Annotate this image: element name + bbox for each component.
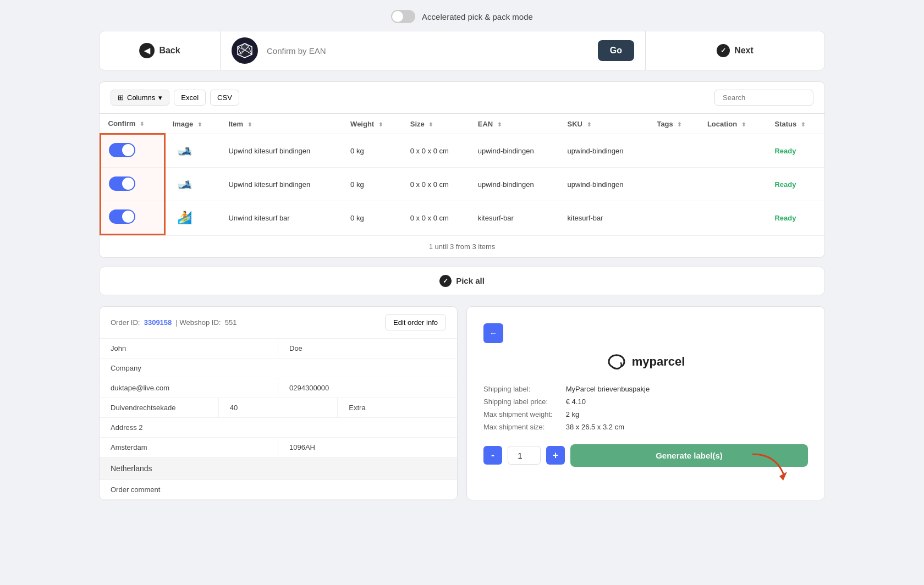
contact-row: duktape@live.com 0294300000	[100, 378, 457, 398]
columns-button[interactable]: ⊞ Columns ▾	[111, 90, 169, 106]
ean-cell: upwind-bindingen	[470, 134, 560, 168]
confirm-toggle[interactable]	[109, 143, 135, 157]
status-ready: Ready	[774, 214, 796, 222]
nav-logo	[232, 37, 258, 64]
confirm-cell[interactable]	[101, 168, 165, 201]
toolbar-left: ⊞ Columns ▾ Excel CSV	[111, 90, 239, 106]
postal-cell: 1096AH	[278, 438, 457, 457]
table-row: 🎿 Upwind kitesurf bindingen 0 kg 0 x 0 x…	[101, 134, 825, 168]
city-row: Amsterdam 1096AH	[100, 438, 457, 457]
table-row: 🎿 Upwind kitesurf bindingen 0 kg 0 x 0 x…	[101, 168, 825, 201]
th-location: Location ⬍	[700, 114, 767, 134]
sort-tags-icon[interactable]: ⬍	[677, 122, 681, 128]
size-val: 38 x 26.5 x 3.2 cm	[566, 423, 808, 431]
th-status: Status ⬍	[767, 114, 824, 134]
comment-cell: Order comment	[100, 480, 457, 499]
qty-plus-button[interactable]: +	[546, 446, 565, 465]
comment-row: Order comment	[100, 480, 457, 500]
tags-cell	[649, 134, 700, 168]
sort-status-icon[interactable]: ⬍	[801, 122, 805, 128]
generate-label-button[interactable]: Generate label(s)	[570, 444, 808, 467]
confirm-cell[interactable]	[101, 201, 165, 235]
confirm-toggle[interactable]	[109, 176, 135, 191]
country-cell: Netherlands	[100, 457, 457, 479]
order-id-label: Order ID:	[111, 318, 140, 327]
image-cell: 🏄	[165, 201, 221, 235]
status-ready: Ready	[774, 147, 796, 155]
mode-toggle[interactable]	[391, 10, 415, 23]
data-table: Confirm ⬍ Image ⬍ Item ⬍ Weight ⬍ Size ⬍…	[100, 114, 824, 235]
table-header-row: Confirm ⬍ Image ⬍ Item ⬍ Weight ⬍ Size ⬍…	[101, 114, 825, 134]
item-name-cell: Upwind kitesurf bindingen	[221, 168, 343, 201]
ean-input[interactable]	[267, 38, 589, 63]
sort-weight-icon[interactable]: ⬍	[378, 122, 383, 128]
location-cell	[700, 134, 767, 168]
phone-cell: 0294300000	[278, 378, 457, 398]
edit-order-button[interactable]: Edit order info	[385, 314, 446, 330]
pick-all-check-icon: ✓	[439, 275, 452, 287]
table-footer: 1 until 3 from 3 items	[100, 235, 824, 257]
sort-size-icon[interactable]: ⬍	[428, 122, 433, 128]
csv-button[interactable]: CSV	[210, 90, 239, 106]
confirm-cell[interactable]	[101, 134, 165, 168]
last-name-cell: Doe	[278, 339, 457, 358]
go-button[interactable]: Go	[598, 40, 634, 61]
back-label: Back	[159, 46, 180, 56]
myparcel-logo-text: myparcel	[632, 355, 685, 369]
shipping-details: Shipping label: MyParcel brievenbuspakje…	[483, 385, 808, 431]
sort-confirm-icon[interactable]: ⬍	[140, 121, 144, 127]
sort-item-icon[interactable]: ⬍	[248, 122, 252, 128]
item-image: 🎿	[173, 173, 195, 195]
location-cell	[700, 201, 767, 235]
sort-location-icon[interactable]: ⬍	[741, 122, 746, 128]
sort-ean-icon[interactable]: ⬍	[497, 122, 502, 128]
excel-button[interactable]: Excel	[174, 90, 206, 106]
columns-icon: ⊞	[118, 93, 124, 102]
th-ean: EAN ⬍	[470, 114, 560, 134]
first-name-cell: John	[100, 339, 278, 358]
next-label: Next	[734, 46, 754, 56]
table-toolbar: ⊞ Columns ▾ Excel CSV	[100, 82, 824, 114]
pick-all-bar[interactable]: ✓ Pick all	[99, 267, 825, 295]
price-key: Shipping label price:	[483, 398, 553, 406]
order-id-link[interactable]: 3309158	[144, 318, 172, 327]
order-info-panel: Order ID: 3309158 | Webshop ID: 551 Edit…	[99, 306, 458, 500]
name-row: John Doe	[100, 339, 457, 358]
qty-input[interactable]	[508, 446, 541, 465]
location-cell	[700, 168, 767, 201]
th-weight: Weight ⬍	[343, 114, 403, 134]
back-button[interactable]: ◀ Back	[100, 31, 221, 70]
sku-cell: kitesurf-bar	[560, 201, 650, 235]
ean-cell: kitesurf-bar	[470, 201, 560, 235]
search-input[interactable]	[714, 90, 813, 106]
item-image: 🎿	[173, 140, 195, 162]
item-name-cell: Upwind kitesurf bindingen	[221, 134, 343, 168]
next-button[interactable]: ✓ Next	[645, 31, 824, 70]
label-qty-row: - + Generate label(s)	[483, 444, 808, 467]
mode-label: Accelerated pick & pack mode	[422, 12, 533, 21]
tags-cell	[649, 201, 700, 235]
size-cell: 0 x 0 x 0 cm	[403, 201, 470, 235]
item-name-cell: Unwind kitesurf bar	[221, 201, 343, 235]
street-cell: Duivendrechtsekade	[100, 398, 219, 417]
qty-minus-button[interactable]: -	[483, 446, 502, 465]
order-info-header: Order ID: 3309158 | Webshop ID: 551 Edit…	[100, 307, 457, 339]
webshop-id: 551	[225, 318, 237, 327]
item-image: 🏄	[173, 207, 195, 229]
sort-sku-icon[interactable]: ⬍	[587, 122, 591, 128]
order-id-text: Order ID: 3309158 | Webshop ID: 551	[111, 318, 237, 327]
ean-cell: upwind-bindingen	[470, 168, 560, 201]
sort-image-icon[interactable]: ⬍	[197, 122, 202, 128]
size-cell: 0 x 0 x 0 cm	[403, 168, 470, 201]
pick-all-label: Pick all	[456, 276, 485, 285]
table-section: ⊞ Columns ▾ Excel CSV Confirm ⬍ Image ⬍ …	[99, 81, 825, 258]
myparcel-logo: myparcel	[483, 352, 808, 372]
weight-cell: 0 kg	[343, 134, 403, 168]
shipping-label-key: Shipping label:	[483, 385, 553, 393]
confirm-toggle[interactable]	[109, 209, 135, 224]
address2-row: Address 2	[100, 418, 457, 438]
th-tags: Tags ⬍	[649, 114, 700, 134]
th-confirm: Confirm ⬍	[101, 114, 165, 134]
shipping-back-button[interactable]: ←	[483, 323, 503, 343]
table-body: 🎿 Upwind kitesurf bindingen 0 kg 0 x 0 x…	[101, 134, 825, 235]
